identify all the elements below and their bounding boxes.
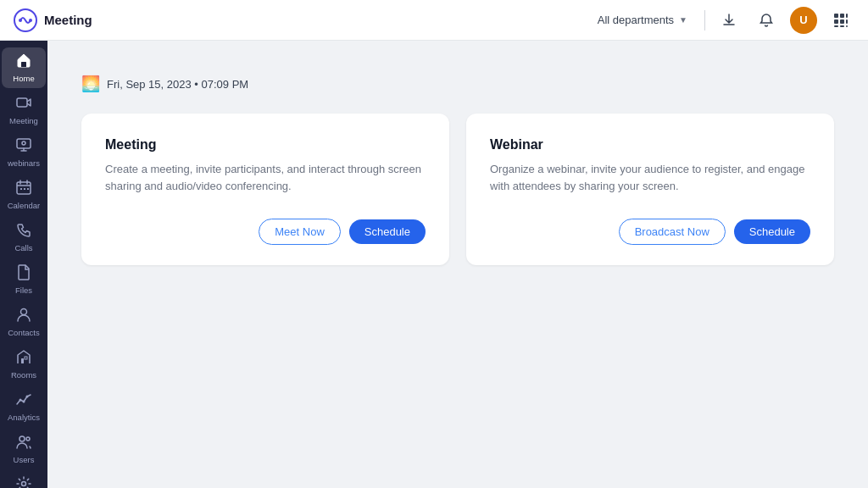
- webinar-schedule-button[interactable]: Schedule: [734, 219, 810, 244]
- datetime-text: Fri, Sep 15, 2023 • 07:09 PM: [107, 78, 248, 91]
- dept-label: All departments: [598, 14, 674, 26]
- department-selector[interactable]: All departments ▼: [591, 10, 694, 30]
- webinars-icon: [15, 136, 32, 156]
- sidebar-label-contacts: Contacts: [8, 328, 40, 337]
- meeting-schedule-button[interactable]: Schedule: [349, 219, 426, 244]
- sidebar-item-calls[interactable]: Calls: [2, 217, 46, 258]
- svg-point-15: [22, 141, 25, 145]
- meeting-card-description: Create a meeting, invite participants, a…: [105, 161, 426, 195]
- svg-rect-21: [21, 358, 24, 363]
- avatar[interactable]: U: [790, 7, 817, 34]
- sidebar-label-meeting: Meeting: [9, 116, 38, 125]
- sidebar-label-home: Home: [13, 74, 34, 83]
- webinar-card: Webinar Organize a webinar, invite your …: [466, 114, 834, 265]
- sidebar: Home Meeting webinars: [0, 41, 47, 488]
- meeting-card-title: Meeting: [105, 137, 426, 152]
- sidebar-label-users: Users: [14, 455, 35, 464]
- settings-icon: [15, 475, 32, 488]
- contacts-icon: [15, 306, 32, 325]
- analytics-icon: [15, 391, 32, 410]
- svg-point-2: [29, 19, 32, 22]
- svg-rect-19: [27, 188, 29, 190]
- broadcast-now-button[interactable]: Broadcast Now: [619, 219, 726, 245]
- notification-icon: [759, 13, 774, 28]
- sidebar-label-calendar: Calendar: [8, 201, 41, 210]
- download-icon: [721, 13, 737, 28]
- meeting-card-actions: Meet Now Schedule: [105, 219, 426, 245]
- svg-point-28: [22, 482, 26, 486]
- webinar-card-title: Webinar: [490, 137, 810, 152]
- main-layout: Home Meeting webinars: [0, 41, 868, 488]
- sidebar-item-calendar[interactable]: Calendar: [2, 175, 46, 215]
- svg-rect-11: [846, 25, 848, 27]
- app-header: Meeting All departments ▼ U: [0, 0, 868, 41]
- sidebar-label-files: Files: [15, 286, 32, 295]
- app-title: Meeting: [44, 13, 92, 27]
- svg-point-24: [23, 401, 25, 403]
- calendar-icon: [15, 179, 32, 198]
- svg-rect-22: [25, 357, 27, 359]
- svg-point-20: [21, 309, 27, 315]
- svg-point-1: [19, 19, 22, 22]
- svg-rect-10: [840, 25, 844, 27]
- sidebar-item-rooms[interactable]: Rooms: [2, 344, 46, 385]
- home-icon: [15, 52, 32, 71]
- files-icon: [15, 263, 32, 283]
- sidebar-item-settings[interactable]: Settings: [2, 471, 46, 488]
- svg-rect-12: [21, 62, 26, 67]
- svg-point-27: [26, 437, 30, 441]
- svg-rect-8: [846, 19, 848, 24]
- main-content: 🌅 Fri, Sep 15, 2023 • 07:09 PM Meeting C…: [47, 41, 868, 488]
- sidebar-item-contacts[interactable]: Contacts: [2, 302, 46, 342]
- download-button[interactable]: [715, 7, 743, 34]
- webinar-card-actions: Broadcast Now Schedule: [490, 219, 810, 245]
- sidebar-label-calls: Calls: [14, 243, 32, 252]
- sidebar-item-analytics[interactable]: Analytics: [2, 386, 46, 427]
- avatar-initials: U: [799, 14, 807, 26]
- sidebar-label-analytics: Analytics: [8, 413, 40, 422]
- webinar-card-description: Organize a webinar, invite your audience…: [490, 161, 810, 195]
- header-divider: [704, 10, 705, 30]
- chevron-down-icon: ▼: [679, 15, 687, 25]
- datetime-icon: 🌅: [81, 75, 100, 93]
- meet-now-button[interactable]: Meet Now: [259, 219, 341, 245]
- svg-point-23: [19, 399, 22, 402]
- sidebar-label-webinars: webinars: [8, 158, 40, 168]
- svg-rect-4: [840, 14, 844, 18]
- svg-rect-17: [20, 188, 22, 190]
- sidebar-item-users[interactable]: Users: [2, 429, 46, 469]
- users-icon: [15, 433, 32, 452]
- svg-rect-6: [834, 19, 838, 24]
- meeting-card: Meeting Create a meeting, invite partici…: [81, 114, 449, 265]
- header-left: Meeting: [14, 8, 92, 32]
- cards-row: Meeting Create a meeting, invite partici…: [81, 114, 834, 265]
- header-right: All departments ▼ U: [591, 7, 854, 34]
- sidebar-item-files[interactable]: Files: [2, 259, 46, 300]
- svg-rect-7: [840, 19, 844, 24]
- svg-rect-5: [846, 14, 848, 18]
- svg-rect-9: [834, 25, 838, 27]
- svg-rect-14: [17, 139, 31, 148]
- datetime-bar: 🌅 Fri, Sep 15, 2023 • 07:09 PM: [81, 75, 834, 93]
- sidebar-item-webinars[interactable]: webinars: [2, 132, 46, 173]
- calls-icon: [15, 221, 32, 241]
- svg-rect-16: [17, 182, 31, 194]
- svg-rect-18: [24, 188, 25, 190]
- svg-point-25: [26, 396, 29, 398]
- grid-menu-button[interactable]: [827, 7, 854, 34]
- meeting-icon: [15, 94, 32, 114]
- app-logo-icon: [14, 8, 37, 32]
- svg-rect-3: [834, 14, 838, 18]
- sidebar-label-rooms: Rooms: [11, 370, 36, 380]
- svg-point-26: [19, 436, 25, 441]
- sidebar-item-home[interactable]: Home: [2, 47, 46, 88]
- notification-button[interactable]: [753, 7, 780, 34]
- svg-rect-13: [17, 98, 27, 107]
- grid-icon: [832, 12, 849, 29]
- rooms-icon: [15, 348, 32, 368]
- sidebar-item-meeting[interactable]: Meeting: [2, 90, 46, 130]
